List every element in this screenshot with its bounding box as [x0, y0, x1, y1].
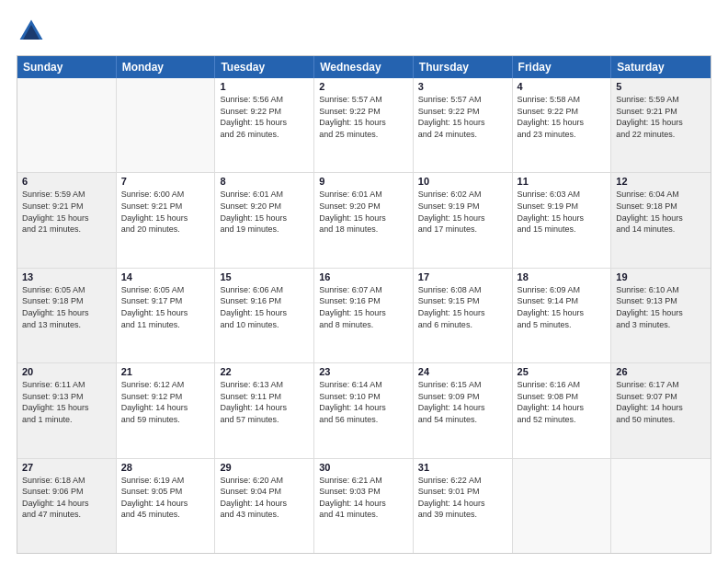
day-number: 8	[220, 176, 309, 187]
calendar-cell	[611, 459, 711, 553]
calendar-cell	[17, 78, 117, 172]
day-number: 20	[22, 366, 111, 377]
calendar-cell: 28Sunrise: 6:19 AM Sunset: 9:05 PM Dayli…	[117, 459, 216, 553]
calendar-cell: 4Sunrise: 5:58 AM Sunset: 9:22 PM Daylig…	[513, 78, 612, 172]
calendar-cell: 19Sunrise: 6:10 AM Sunset: 9:13 PM Dayli…	[611, 269, 711, 362]
cell-info: Sunrise: 6:22 AM Sunset: 9:01 PM Dayligh…	[418, 475, 507, 521]
calendar: SundayMondayTuesdayWednesdayThursdayFrid…	[17, 55, 711, 554]
logo-icon	[17, 17, 46, 46]
cell-info: Sunrise: 6:12 AM Sunset: 9:12 PM Dayligh…	[121, 379, 210, 425]
calendar-cell: 24Sunrise: 6:15 AM Sunset: 9:09 PM Dayli…	[414, 363, 513, 457]
cell-info: Sunrise: 6:07 AM Sunset: 9:16 PM Dayligh…	[319, 284, 408, 330]
calendar-cell: 5Sunrise: 5:59 AM Sunset: 9:21 PM Daylig…	[611, 78, 711, 172]
cell-info: Sunrise: 6:17 AM Sunset: 9:07 PM Dayligh…	[616, 379, 706, 425]
logo	[17, 17, 50, 46]
cell-info: Sunrise: 6:13 AM Sunset: 9:11 PM Dayligh…	[220, 379, 309, 425]
day-number: 28	[121, 462, 210, 473]
calendar-cell: 9Sunrise: 6:01 AM Sunset: 9:20 PM Daylig…	[314, 173, 414, 267]
day-number: 2	[319, 81, 408, 92]
cal-header-cell: Saturday	[611, 56, 711, 78]
cell-info: Sunrise: 5:57 AM Sunset: 9:22 PM Dayligh…	[418, 94, 507, 140]
cell-info: Sunrise: 6:11 AM Sunset: 9:13 PM Dayligh…	[22, 379, 111, 425]
day-number: 1	[220, 81, 309, 92]
calendar-cell: 2Sunrise: 5:57 AM Sunset: 9:22 PM Daylig…	[314, 78, 414, 172]
day-number: 25	[518, 366, 607, 377]
day-number: 13	[22, 271, 111, 282]
calendar-cell: 12Sunrise: 6:04 AM Sunset: 9:18 PM Dayli…	[611, 173, 711, 267]
cell-info: Sunrise: 6:02 AM Sunset: 9:19 PM Dayligh…	[418, 189, 507, 235]
calendar-cell: 31Sunrise: 6:22 AM Sunset: 9:01 PM Dayli…	[414, 459, 513, 553]
day-number: 23	[319, 366, 408, 377]
calendar-cell: 29Sunrise: 6:20 AM Sunset: 9:04 PM Dayli…	[215, 459, 314, 553]
cell-info: Sunrise: 6:21 AM Sunset: 9:03 PM Dayligh…	[319, 475, 408, 521]
calendar-cell: 8Sunrise: 6:01 AM Sunset: 9:20 PM Daylig…	[215, 173, 314, 267]
calendar-cell: 6Sunrise: 5:59 AM Sunset: 9:21 PM Daylig…	[17, 173, 117, 267]
page: SundayMondayTuesdayWednesdayThursdayFrid…	[0, 0, 728, 563]
calendar-cell: 18Sunrise: 6:09 AM Sunset: 9:14 PM Dayli…	[513, 269, 612, 362]
day-number: 26	[616, 366, 706, 377]
cell-info: Sunrise: 6:10 AM Sunset: 9:13 PM Dayligh…	[616, 284, 706, 330]
header	[17, 17, 711, 46]
day-number: 9	[319, 176, 408, 187]
cal-header-cell: Tuesday	[215, 56, 314, 78]
calendar-cell	[117, 78, 216, 172]
cell-info: Sunrise: 5:56 AM Sunset: 9:22 PM Dayligh…	[220, 94, 309, 140]
calendar-cell: 20Sunrise: 6:11 AM Sunset: 9:13 PM Dayli…	[17, 363, 117, 457]
cal-header-cell: Sunday	[17, 56, 117, 78]
cell-info: Sunrise: 6:16 AM Sunset: 9:08 PM Dayligh…	[518, 379, 607, 425]
cell-info: Sunrise: 6:15 AM Sunset: 9:09 PM Dayligh…	[418, 379, 507, 425]
cell-info: Sunrise: 6:06 AM Sunset: 9:16 PM Dayligh…	[220, 284, 309, 330]
calendar-cell: 22Sunrise: 6:13 AM Sunset: 9:11 PM Dayli…	[215, 363, 314, 457]
day-number: 22	[220, 366, 309, 377]
cell-info: Sunrise: 5:57 AM Sunset: 9:22 PM Dayligh…	[319, 94, 408, 140]
calendar-cell	[513, 459, 612, 553]
cell-info: Sunrise: 6:01 AM Sunset: 9:20 PM Dayligh…	[319, 189, 408, 235]
day-number: 16	[319, 271, 408, 282]
calendar-cell: 3Sunrise: 5:57 AM Sunset: 9:22 PM Daylig…	[414, 78, 513, 172]
cal-header-cell: Thursday	[414, 56, 513, 78]
cell-info: Sunrise: 6:05 AM Sunset: 9:17 PM Dayligh…	[121, 284, 210, 330]
calendar-row: 27Sunrise: 6:18 AM Sunset: 9:06 PM Dayli…	[17, 458, 711, 553]
cell-info: Sunrise: 6:20 AM Sunset: 9:04 PM Dayligh…	[220, 475, 309, 521]
cell-info: Sunrise: 5:58 AM Sunset: 9:22 PM Dayligh…	[518, 94, 607, 140]
calendar-row: 6Sunrise: 5:59 AM Sunset: 9:21 PM Daylig…	[17, 172, 711, 267]
day-number: 14	[121, 271, 210, 282]
day-number: 19	[616, 271, 706, 282]
cell-info: Sunrise: 6:04 AM Sunset: 9:18 PM Dayligh…	[616, 189, 706, 235]
calendar-cell: 15Sunrise: 6:06 AM Sunset: 9:16 PM Dayli…	[215, 269, 314, 362]
day-number: 6	[22, 176, 111, 187]
calendar-body: 1Sunrise: 5:56 AM Sunset: 9:22 PM Daylig…	[17, 78, 711, 553]
day-number: 21	[121, 366, 210, 377]
day-number: 30	[319, 462, 408, 473]
cell-info: Sunrise: 6:19 AM Sunset: 9:05 PM Dayligh…	[121, 475, 210, 521]
cell-info: Sunrise: 6:18 AM Sunset: 9:06 PM Dayligh…	[22, 475, 111, 521]
day-number: 10	[418, 176, 507, 187]
calendar-cell: 14Sunrise: 6:05 AM Sunset: 9:17 PM Dayli…	[117, 269, 216, 362]
day-number: 24	[418, 366, 507, 377]
calendar-row: 1Sunrise: 5:56 AM Sunset: 9:22 PM Daylig…	[17, 78, 711, 172]
cell-info: Sunrise: 6:03 AM Sunset: 9:19 PM Dayligh…	[518, 189, 607, 235]
calendar-cell: 7Sunrise: 6:00 AM Sunset: 9:21 PM Daylig…	[117, 173, 216, 267]
day-number: 12	[616, 176, 706, 187]
cell-info: Sunrise: 6:05 AM Sunset: 9:18 PM Dayligh…	[22, 284, 111, 330]
calendar-cell: 30Sunrise: 6:21 AM Sunset: 9:03 PM Dayli…	[314, 459, 414, 553]
calendar-header-row: SundayMondayTuesdayWednesdayThursdayFrid…	[17, 56, 711, 78]
calendar-cell: 23Sunrise: 6:14 AM Sunset: 9:10 PM Dayli…	[314, 363, 414, 457]
calendar-cell: 26Sunrise: 6:17 AM Sunset: 9:07 PM Dayli…	[611, 363, 711, 457]
day-number: 31	[418, 462, 507, 473]
day-number: 4	[518, 81, 607, 92]
calendar-cell: 10Sunrise: 6:02 AM Sunset: 9:19 PM Dayli…	[414, 173, 513, 267]
day-number: 27	[22, 462, 111, 473]
cell-info: Sunrise: 6:00 AM Sunset: 9:21 PM Dayligh…	[121, 189, 210, 235]
calendar-row: 20Sunrise: 6:11 AM Sunset: 9:13 PM Dayli…	[17, 362, 711, 457]
calendar-cell: 25Sunrise: 6:16 AM Sunset: 9:08 PM Dayli…	[513, 363, 612, 457]
cal-header-cell: Friday	[513, 56, 612, 78]
day-number: 7	[121, 176, 210, 187]
day-number: 17	[418, 271, 507, 282]
calendar-cell: 27Sunrise: 6:18 AM Sunset: 9:06 PM Dayli…	[17, 459, 117, 553]
day-number: 29	[220, 462, 309, 473]
day-number: 15	[220, 271, 309, 282]
day-number: 3	[418, 81, 507, 92]
cell-info: Sunrise: 5:59 AM Sunset: 9:21 PM Dayligh…	[22, 189, 111, 235]
cal-header-cell: Monday	[117, 56, 216, 78]
